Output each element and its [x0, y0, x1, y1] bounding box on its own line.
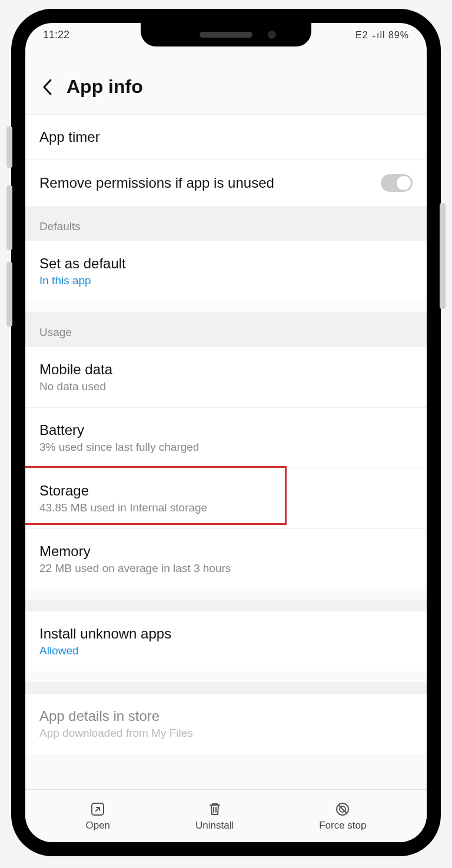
camera	[268, 31, 276, 39]
side-button	[6, 262, 12, 327]
stop-icon	[334, 801, 351, 817]
list-item-label: Set as default	[39, 255, 413, 272]
uninstall-button[interactable]: Uninstall	[195, 801, 234, 832]
list-item-label: Storage	[39, 483, 413, 499]
device-frame: 11:22 E2 ₊ıll 89% App info App timer Rem…	[11, 9, 441, 856]
battery-row[interactable]: Battery 3% used since last fully charged	[25, 408, 427, 468]
list-item-sublabel: 3% used since last fully charged	[39, 441, 413, 454]
force-stop-button[interactable]: Force stop	[319, 801, 366, 832]
list-item-sublabel: No data used	[39, 380, 413, 393]
list-item-sublabel: 22 MB used on average in last 3 hours	[39, 562, 413, 575]
button-label: Uninstall	[195, 820, 234, 832]
mobile-data-row[interactable]: Mobile data No data used	[25, 347, 427, 408]
screen: 11:22 E2 ₊ıll 89% App info App timer Rem…	[25, 23, 427, 842]
notch	[141, 23, 311, 46]
button-label: Force stop	[319, 820, 366, 832]
list-item-sublabel: In this app	[39, 274, 413, 287]
status-time: 11:22	[43, 29, 69, 41]
list-item-label: App timer	[39, 129, 413, 145]
set-as-default-row[interactable]: Set as default In this app	[25, 241, 427, 301]
section-header-usage: Usage	[25, 312, 427, 347]
toggle-knob	[397, 176, 411, 190]
list-item-sublabel: App downloaded from My Files	[39, 727, 413, 740]
side-button	[6, 185, 12, 250]
list-item-label: Mobile data	[39, 361, 413, 378]
list-item-label: Memory	[39, 543, 413, 560]
section-gap	[25, 600, 427, 611]
list-item-sublabel: 43.85 MB used in Internal storage	[39, 501, 413, 514]
storage-row[interactable]: Storage 43.85 MB used in Internal storag…	[25, 468, 427, 529]
section-gap	[25, 682, 427, 694]
install-unknown-apps-row[interactable]: Install unknown apps Allowed	[25, 611, 427, 671]
page-header: App info	[25, 46, 427, 114]
status-indicators: E2 ₊ıll 89%	[355, 29, 409, 41]
memory-row[interactable]: Memory 22 MB used on average in last 3 h…	[25, 529, 427, 589]
list-item-label: App details in store	[39, 708, 413, 724]
list-item-label: Install unknown apps	[39, 626, 413, 642]
toggle-switch[interactable]	[381, 174, 413, 192]
side-button	[6, 127, 12, 168]
button-label: Open	[85, 820, 110, 832]
list-item-label: Battery	[39, 422, 413, 438]
app-timer-row[interactable]: App timer	[25, 115, 427, 160]
list-item-sublabel: Allowed	[39, 644, 413, 657]
list-item-label: Remove permissions if app is unused	[39, 175, 274, 191]
chevron-left-icon	[42, 78, 52, 96]
bottom-action-bar: Open Uninstall Force stop	[25, 789, 427, 842]
back-button[interactable]	[38, 78, 56, 96]
open-button[interactable]: Open	[85, 801, 110, 832]
trash-icon	[207, 801, 223, 817]
side-button	[440, 203, 446, 309]
page-title: App info	[67, 76, 143, 98]
remove-permissions-row[interactable]: Remove permissions if app is unused	[25, 160, 427, 206]
open-icon	[89, 801, 106, 817]
section-header-defaults: Defaults	[25, 206, 427, 241]
speaker	[200, 32, 252, 38]
app-details-row[interactable]: App details in store App downloaded from…	[25, 694, 427, 754]
